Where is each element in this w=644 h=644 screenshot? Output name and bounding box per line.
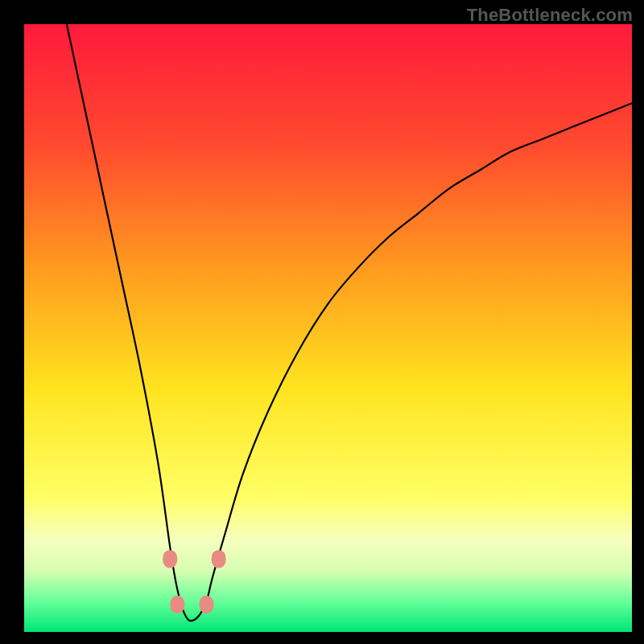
watermark-text: TheBottleneck.com [467, 5, 633, 26]
plot-area [24, 24, 632, 632]
bottleneck-curve [24, 24, 632, 632]
curve-marker [170, 596, 184, 613]
curve-marker [212, 550, 226, 568]
curve-marker [163, 550, 177, 568]
curve-marker [200, 596, 214, 613]
